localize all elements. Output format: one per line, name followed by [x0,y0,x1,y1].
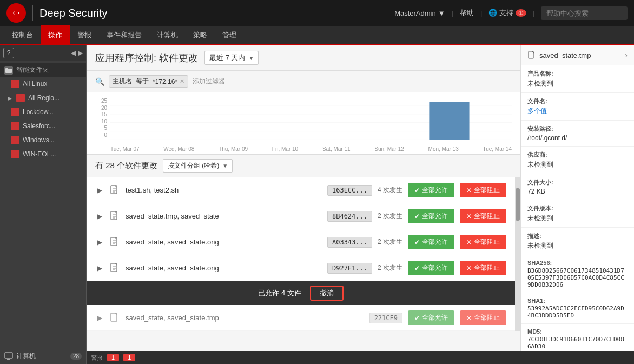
svg-rect-3 [5,68,8,69]
group-by-select[interactable]: 按文件分组 (哈希) ▼ [163,159,233,173]
sidebar-computer-item[interactable]: 计算机 28 [0,348,86,364]
table-row: ▶ saved_state.tmp, saved_state 8B4624...… [87,203,515,229]
hash-badge-0: 163ECC... [327,185,372,196]
x-label-6: Mon, Mar 13 [428,146,459,152]
user-menu[interactable]: MasterAdmin ▼ [394,9,445,17]
time-range-label: 最近 7 天内 [209,53,245,63]
nav-alerts[interactable]: 警报 [70,25,99,45]
sidebar-right-arrow[interactable]: ▶ [78,49,83,57]
vertical-scrollbar[interactable] [515,177,520,331]
file-icon-4 [109,313,120,323]
content-main: 应用程序控制: 软件更改 最近 7 天内 ▼ 🔍 主机名 每于 *172.16*… [87,45,634,351]
smart-folder-icon [4,66,13,75]
filter-tag[interactable]: 主机名 每于 *172.16* ✕ [109,75,188,88]
block-button-4[interactable]: ✕ 全部阻止 [460,310,506,325]
time-range-select[interactable]: 最近 7 天内 ▼ [204,51,259,65]
sidebar-item-windows[interactable]: Windows... [0,133,86,147]
chart-svg [110,97,512,140]
sidebar-left-arrow[interactable]: ◀ [71,49,76,57]
scrollbar-thumb[interactable] [516,188,520,221]
filter-close-button[interactable]: ✕ [180,78,184,85]
right-panel-file-icon [527,51,536,59]
all-linux-label: All Linux [23,80,47,88]
sidebar-smart-folder-header[interactable]: 智能文件夹 [0,63,86,77]
help-link[interactable]: 帮助 [460,8,474,18]
alert-badge-2[interactable]: 1 [123,354,135,361]
x-label-3: Fri, Mar 10 [272,146,298,152]
group-by-label: 按文件分组 (哈希) [168,161,219,170]
table-row: ▶ saved_state, saved_state.orig D927F1..… [87,255,515,281]
header-sep2: | [533,9,534,17]
windows-icon [11,136,19,144]
file-name-0: test1.sh, test2.sh [126,186,322,194]
content-area: 应用程序控制: 软件更改 最近 7 天内 ▼ 🔍 主机名 每于 *172.16*… [87,45,634,364]
support-link[interactable]: 🌐 支持 ① [488,8,526,18]
nav-dashboard[interactable]: 控制台 [4,25,41,45]
block-button-3[interactable]: ✕ 全部阻止 [460,261,506,275]
nav-bar: 控制台 操作 警报 事件和报告 计算机 策略 管理 [0,26,634,45]
sidebar-help-button[interactable]: ? [3,48,14,58]
block-button-0[interactable]: ✕ 全部阻止 [460,183,506,197]
install-path-label: 安装路径: [527,125,628,133]
nav-computers[interactable]: 计算机 [149,25,186,45]
sidebar-item-all-region[interactable]: ▶ All Regio... [0,91,86,105]
hash-badge-1: 8B4624... [327,211,372,222]
vendor-value: 未检测到 [527,160,628,169]
file-version-label: 文件版本: [527,204,628,213]
expand-button-4[interactable]: ▶ [95,314,104,322]
svg-rect-2 [5,69,12,73]
right-panel-product-name: 产品名称: 未检测到 [521,65,634,93]
results-count: 有 28 个软件更改 [95,161,157,171]
sidebar-item-salesforce[interactable]: Salesforc... [0,119,86,133]
right-panel-filename: saved_state.tmp [527,51,591,59]
nav-policies[interactable]: 策略 [186,25,215,45]
x-label-7: Tue, Mar 14 [483,146,512,152]
alert-badge-1[interactable]: 1 [107,354,119,361]
file-name-value[interactable]: 多个值 [527,107,628,116]
allow-button-0[interactable]: ✔ 全部允许 [408,183,454,197]
file-icon-3 [109,263,120,274]
right-panel-next-arrow[interactable]: › [625,51,628,59]
expand-button-0[interactable]: ▶ [95,186,104,195]
nav-events[interactable]: 事件和报告 [99,25,149,45]
help-search-input[interactable] [541,6,628,20]
right-panel-sha256: SHA256: B36D8025667C0617348510431D705E53… [521,255,634,293]
allow-button-1[interactable]: ✔ 全部允许 [408,209,454,223]
hash-badge-3: D927F1... [327,263,372,274]
expand-button-1[interactable]: ▶ [95,212,104,221]
occurrence-2: 2 次发生 [378,237,402,247]
file-size-value: 72 KB [527,188,628,195]
sidebar-section: 智能文件夹 All Linux ▶ All Regio... Lockdow..… [0,61,86,348]
right-panel-file-version: 文件版本: 未检测到 [521,200,634,228]
user-dropdown-arrow: ▼ [438,9,445,17]
desc-value: 未检测到 [527,241,628,250]
header-actions: 帮助 | 🌐 支持 ① | [460,8,534,18]
allow-button-4[interactable]: ✔ 全部允许 [408,310,454,325]
sidebar-item-lockdown[interactable]: Lockdow... [0,105,86,119]
block-button-1[interactable]: ✕ 全部阻止 [460,209,506,223]
filter-bar: 🔍 主机名 每于 *172.16* ✕ 添加过滤器 [87,71,520,92]
sidebar-item-all-linux[interactable]: All Linux [0,77,86,91]
expand-button-2[interactable]: ▶ [95,238,104,247]
block-button-2[interactable]: ✕ 全部阻止 [460,235,506,249]
file-name-3: saved_state, saved_state.orig [126,264,322,272]
file-icon-1 [109,211,120,222]
add-filter-button[interactable]: 添加过滤器 [193,77,225,86]
content-left: 应用程序控制: 软件更改 最近 7 天内 ▼ 🔍 主机名 每于 *172.16*… [87,45,520,351]
cancel-button[interactable]: 撤消 [310,286,344,301]
product-name-label: 产品名称: [527,70,628,78]
y-label-25: 25 [95,98,107,104]
sidebar-item-win-eol[interactable]: WIN-EOL... [0,147,86,161]
smart-folder-label: 智能文件夹 [16,65,49,75]
page-header: 应用程序控制: 软件更改 最近 7 天内 ▼ [87,45,520,71]
allow-button-3[interactable]: ✔ 全部允许 [408,261,454,275]
expand-button-3[interactable]: ▶ [95,264,104,273]
md5-value: 7CCD8F3DC91D66031C70D7CFD086AD30 [527,336,628,350]
nav-operations[interactable]: 操作 [41,25,70,45]
x-label-5: Sun, Mar 12 [374,146,404,152]
allow-button-2[interactable]: ✔ 全部允许 [408,235,454,249]
header-divider [32,5,33,21]
nav-admin[interactable]: 管理 [215,25,244,45]
file-name-1: saved_state.tmp, saved_state [126,212,322,220]
filter-operator: 每于 [136,77,149,86]
